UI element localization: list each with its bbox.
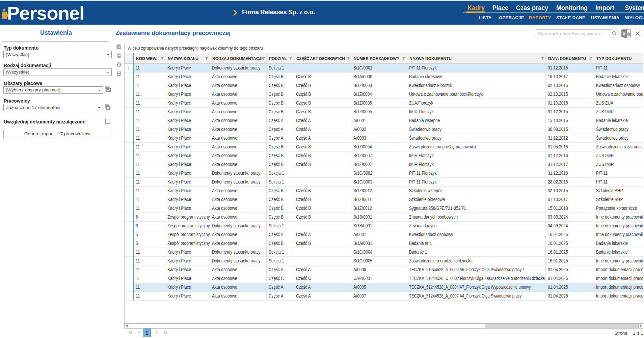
svg-text:X: X: [623, 31, 626, 36]
